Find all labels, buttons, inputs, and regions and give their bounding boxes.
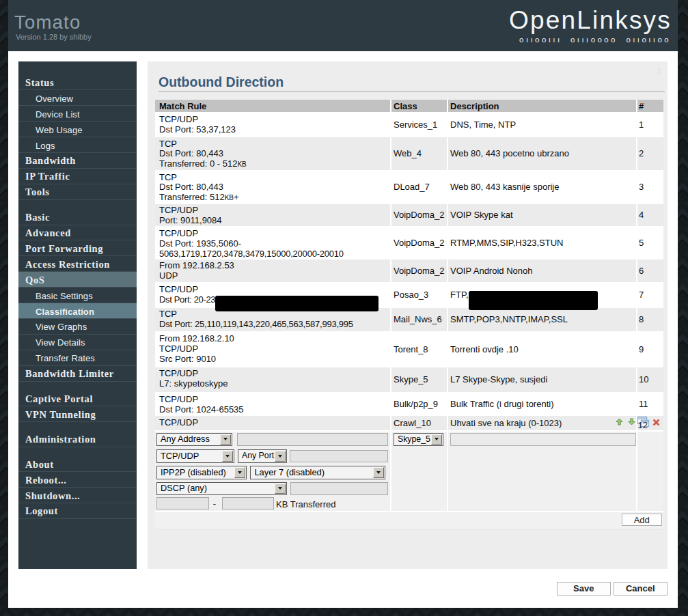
svg-text:12: 12 [638,420,648,430]
